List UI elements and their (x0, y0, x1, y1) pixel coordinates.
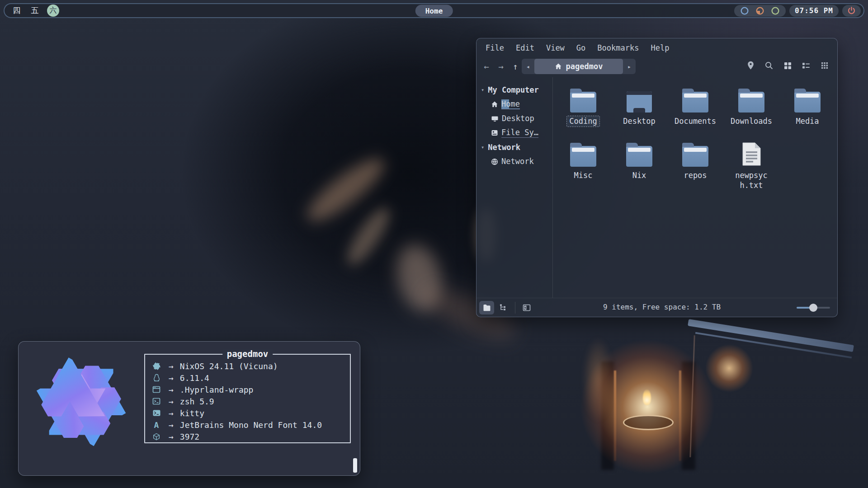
folder-icon (738, 92, 764, 113)
location-pin-button[interactable] (745, 60, 756, 71)
icon-view-toggle-button[interactable] (479, 301, 494, 314)
sidebar-item-network[interactable]: Network (476, 155, 552, 169)
arrow-glyph: → (169, 361, 174, 371)
sidebar-item-home[interactable]: Home (476, 97, 552, 112)
path-segment-label: pagedmov (566, 62, 603, 71)
file-label: Media (793, 116, 821, 127)
file-label: Downloads (728, 116, 775, 127)
up-button[interactable]: ↑ (509, 60, 522, 73)
path-segment-home[interactable]: pagedmov (534, 59, 623, 74)
sidebar-section-label: My Computer (488, 85, 539, 94)
file-item-desktop[interactable]: Desktop (611, 86, 667, 127)
status-bar: 9 items, Free space: 1.2 TB (476, 298, 837, 317)
globe-icon (491, 158, 498, 165)
file-label: newpsych.txt (730, 170, 773, 191)
file-manager-window: File Edit View Go Bookmarks Help ← → ↑ ◂… (476, 38, 838, 317)
arrow-glyph: → (169, 432, 174, 441)
fetch-value: 6.11.4 (180, 373, 209, 383)
power-button[interactable] (842, 5, 861, 17)
compact-view-button[interactable] (819, 60, 830, 71)
sidebar-item-label: Desktop (502, 114, 534, 123)
sidebar-item-label: Network (501, 157, 534, 166)
tree-view-toggle-button[interactable] (495, 301, 510, 314)
zoom-slider-handle[interactable] (809, 304, 817, 312)
power-icon (847, 6, 856, 15)
list-view-button[interactable] (801, 60, 811, 71)
fetch-row-terminal: → kitty (151, 407, 350, 419)
wallpaper-candle-flame (643, 389, 651, 405)
clock-widget[interactable]: 07:56 PM (789, 5, 839, 17)
file-item-newpsych-txt[interactable]: newpsych.txt (723, 141, 779, 191)
workspace-switcher: 四 五 六 (11, 5, 59, 17)
menu-view[interactable]: View (546, 43, 565, 52)
arrow-glyph: → (169, 408, 174, 418)
terminal-window[interactable]: pagedmov → NixOS 24.11 (Vicuna) → 6.11.4… (18, 341, 360, 476)
file-label: Coding (566, 116, 599, 127)
clock-text: 07:56 PM (795, 6, 833, 15)
back-button[interactable]: ← (480, 60, 493, 73)
fetch-value: zsh 5.9 (180, 397, 214, 406)
sidebar-item-filesystem[interactable]: File Sy… (476, 126, 552, 140)
file-label: repos (681, 170, 709, 181)
folder-icon (682, 92, 708, 113)
fetch-value: 3972 (180, 432, 199, 441)
font-letter-icon: A (151, 420, 162, 430)
search-button[interactable] (764, 60, 774, 71)
workspace-5[interactable]: 五 (29, 5, 41, 16)
menu-bar: File Edit View Go Bookmarks Help (476, 38, 837, 56)
fetch-row-packages: → 3972 (151, 431, 350, 442)
status-separator (515, 302, 515, 314)
file-label: Misc (571, 170, 595, 181)
terminal-filled-icon (151, 410, 162, 416)
forward-button[interactable]: → (495, 60, 507, 73)
toolbar: ← → ↑ ◂ pagedmov ▸ (476, 56, 837, 77)
side-pane-toggle-button[interactable] (519, 301, 534, 314)
fetch-value: JetBrains Mono Nerd Font 14.0 (180, 420, 322, 430)
indicator-orange-pie-icon (755, 6, 765, 16)
folder-icon (682, 146, 708, 167)
filesystem-drive-icon (491, 129, 498, 136)
file-item-misc[interactable]: Misc (555, 141, 611, 191)
path-scroll-left-icon[interactable]: ◂ (522, 63, 534, 70)
folder-icon (626, 146, 652, 167)
arrow-glyph: → (169, 420, 174, 430)
menu-edit[interactable]: Edit (516, 43, 534, 52)
home-icon (491, 101, 498, 108)
file-item-coding[interactable]: Coding (555, 86, 611, 127)
sidebar-section-my-computer[interactable]: ▾ My Computer (476, 83, 552, 97)
active-window-title: Home (415, 5, 453, 17)
icon-view-button[interactable] (782, 60, 793, 71)
file-label: Nix (630, 170, 649, 181)
workspace-4[interactable]: 四 (11, 5, 23, 16)
menu-go[interactable]: Go (576, 43, 585, 52)
fetch-row-wm: → .Hyprland-wrapp (151, 384, 350, 395)
file-label: Documents (672, 116, 719, 127)
zoom-slider[interactable] (797, 307, 830, 309)
sidebar-item-label: Home (501, 99, 520, 109)
status-indicators[interactable] (734, 5, 786, 17)
path-scroll-right-icon[interactable]: ▸ (623, 63, 636, 70)
sidebar-section-network[interactable]: ▾ Network (476, 140, 552, 155)
nixos-icon (151, 362, 162, 371)
arrow-glyph: → (169, 373, 174, 383)
file-item-documents[interactable]: Documents (667, 86, 723, 127)
sidebar-item-label: File Sy… (501, 128, 538, 138)
workspace-6-active[interactable]: 六 (47, 5, 59, 17)
collapse-triangle-icon: ▾ (481, 87, 484, 93)
sidebar-item-desktop[interactable]: Desktop (476, 112, 552, 126)
wallpaper-lantern-edge (679, 371, 681, 461)
fetch-value: kitty (180, 408, 204, 418)
arrow-glyph: → (169, 397, 174, 406)
file-item-repos[interactable]: repos (667, 141, 723, 191)
file-item-media[interactable]: Media (779, 86, 835, 127)
file-item-nix[interactable]: Nix (611, 141, 667, 191)
terminal-cursor (353, 458, 357, 473)
fetch-row-font: A → JetBrains Mono Nerd Font 14.0 (151, 419, 350, 431)
indicator-green-circle-icon (770, 6, 780, 16)
home-icon (555, 63, 562, 70)
fetch-row-kernel: → 6.11.4 (151, 372, 350, 384)
menu-file[interactable]: File (486, 43, 504, 52)
menu-bookmarks[interactable]: Bookmarks (597, 43, 639, 52)
menu-help[interactable]: Help (651, 43, 669, 52)
file-item-downloads[interactable]: Downloads (723, 86, 779, 127)
